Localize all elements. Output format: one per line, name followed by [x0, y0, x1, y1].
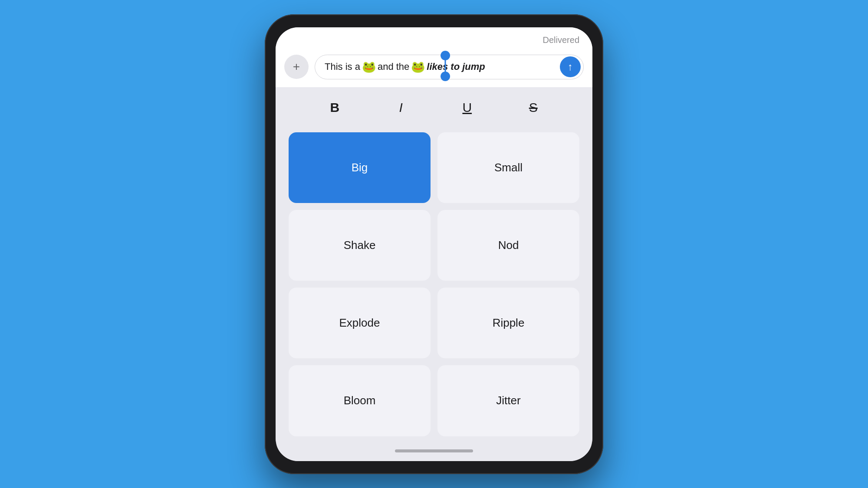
effect-ripple-button[interactable]: Ripple — [437, 288, 579, 358]
strikethrough-icon: S — [529, 100, 538, 115]
strikethrough-button[interactable]: S — [518, 97, 549, 118]
effect-explode-button[interactable]: Explode — [289, 288, 431, 358]
effect-bloom-button[interactable]: Bloom — [289, 365, 431, 436]
effect-jitter-button[interactable]: Jitter — [437, 365, 579, 436]
effect-nod-label: Nod — [498, 239, 519, 252]
top-bar: Delivered — [276, 27, 592, 49]
underline-button[interactable]: U — [452, 97, 482, 118]
home-indicator — [276, 445, 592, 461]
phone-screen: Delivered + This is a 🐸 and the 🐸 likes … — [276, 27, 592, 461]
message-input-wrapper: This is a 🐸 and the 🐸 likes to jump — [315, 55, 584, 79]
phone-frame: Delivered + This is a 🐸 and the 🐸 likes … — [265, 14, 603, 474]
italic-button[interactable]: I — [386, 97, 416, 118]
input-area: + This is a 🐸 and the 🐸 likes to jump — [276, 49, 592, 87]
plus-button[interactable]: + — [284, 55, 309, 79]
bold-icon: B — [330, 100, 339, 115]
effect-shake-label: Shake — [344, 239, 376, 252]
italic-icon: I — [399, 100, 403, 115]
message-text: This is a 🐸 and the 🐸 likes to jump — [325, 60, 485, 74]
send-button[interactable] — [560, 56, 581, 77]
send-icon — [568, 61, 573, 73]
effect-small-button[interactable]: Small — [437, 132, 579, 203]
plus-icon: + — [293, 61, 300, 73]
effect-explode-label: Explode — [339, 316, 380, 330]
effect-bloom-label: Bloom — [344, 394, 376, 407]
effect-ripple-label: Ripple — [493, 316, 525, 330]
effect-small-label: Small — [494, 161, 523, 174]
message-input-pill[interactable]: This is a 🐸 and the 🐸 likes to jump — [315, 55, 584, 79]
underline-icon: U — [462, 100, 472, 115]
effect-big-label: Big — [352, 161, 368, 174]
effect-big-button[interactable]: Big — [289, 132, 431, 203]
effect-nod-button[interactable]: Nod — [437, 210, 579, 281]
effects-grid: Big Small Shake Nod Explode Ripple Bloom — [276, 128, 592, 445]
frog-emoji-1: 🐸 — [362, 60, 376, 74]
effect-jitter-label: Jitter — [496, 394, 520, 407]
text-part2: and the — [378, 61, 409, 72]
italic-text: likes to jump — [427, 61, 485, 72]
cursor-top-handle — [441, 51, 450, 60]
text-part1: This is a — [325, 61, 360, 72]
bold-button[interactable]: B — [319, 97, 350, 118]
frog-emoji-2: 🐸 — [411, 60, 425, 74]
effect-shake-button[interactable]: Shake — [289, 210, 431, 281]
delivered-label: Delivered — [289, 35, 579, 49]
format-toolbar: B I U S — [276, 87, 592, 128]
home-bar — [395, 449, 473, 452]
